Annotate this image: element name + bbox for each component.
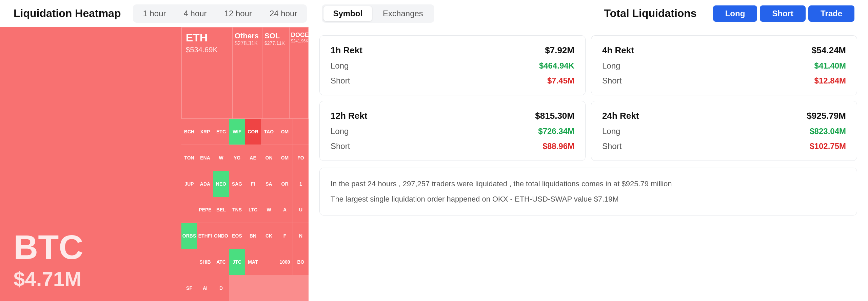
stat-total-4h: $54.24M bbox=[812, 45, 846, 56]
stats-grid: 1h Rekt $7.92M Long $464.94K Short $7.45… bbox=[319, 35, 857, 161]
heatmap-cell-35: EOS bbox=[229, 223, 245, 249]
stat-short-label-4h: Short bbox=[602, 76, 622, 86]
heatmap-cell-33: ETHFI bbox=[197, 223, 213, 249]
eth-block: ETH $534.69K bbox=[181, 27, 232, 119]
heatmap: BTC $4.71M ETH $534.69K Others $278.31K … bbox=[0, 27, 309, 301]
heatmap-cell-10: W bbox=[213, 145, 229, 171]
stat-short-label-1h: Short bbox=[331, 76, 350, 86]
long-button[interactable]: Long bbox=[713, 5, 757, 22]
time-btn-24h[interactable]: 24 hour bbox=[261, 6, 305, 21]
heatmap-cell-29: W bbox=[261, 197, 277, 223]
stat-short-value-12h: $88.96M bbox=[543, 142, 574, 151]
info-box: In the past 24 hours , 297,257 traders w… bbox=[319, 168, 857, 215]
view-btn-exchanges[interactable]: Exchanges bbox=[373, 6, 433, 21]
btc-value: $4.71M bbox=[14, 267, 168, 291]
heatmap-cell-12: AE bbox=[245, 145, 261, 171]
stat-short-value-4h: $12.84M bbox=[814, 76, 846, 86]
others-label: Others bbox=[235, 32, 260, 40]
section-title: Total Liquidations bbox=[604, 7, 697, 20]
heatmap-cell-42: ATC bbox=[213, 249, 229, 275]
heatmap-cell-26: BEL bbox=[213, 197, 229, 223]
doge-label: DOGE bbox=[291, 32, 307, 39]
heatmap-cell-43: JTC bbox=[229, 249, 245, 275]
eth-label: ETH bbox=[186, 32, 228, 44]
heatmap-cell-11: YG bbox=[229, 145, 245, 171]
stat-short-label-12h: Short bbox=[331, 142, 350, 151]
stat-long-value-1h: $464.94K bbox=[539, 61, 574, 71]
heatmap-cell-46: 1000 bbox=[277, 249, 293, 275]
stat-header-24h: 24h Rekt bbox=[602, 111, 639, 121]
others-value: $278.31K bbox=[235, 40, 260, 46]
view-btn-symbol[interactable]: Symbol bbox=[323, 6, 372, 21]
stat-long-label-24h: Long bbox=[602, 127, 620, 136]
heatmap-cell-25: PEPE bbox=[197, 197, 213, 223]
stat-long-value-24h: $823.04M bbox=[810, 127, 846, 136]
heatmap-cell-2: ETC bbox=[213, 119, 229, 145]
stat-total-1h: $7.92M bbox=[545, 45, 574, 56]
stat-total-12h: $815.30M bbox=[535, 111, 574, 121]
heatmap-cell-28: LTC bbox=[245, 197, 261, 223]
heatmap-cell-21: SA bbox=[261, 171, 277, 197]
heatmap-cell-13: ON bbox=[261, 145, 277, 171]
heatmap-cell-14: OM bbox=[277, 145, 293, 171]
trade-button[interactable]: Trade bbox=[808, 5, 854, 22]
heatmap-cell-22: OR bbox=[277, 171, 293, 197]
heatmap-cell-36: BN bbox=[245, 223, 261, 249]
doge-block: DOGE $241.96K bbox=[289, 27, 309, 119]
stat-long-label-1h: Long bbox=[331, 61, 349, 71]
stat-long-value-4h: $41.40M bbox=[814, 61, 846, 71]
heatmap-cell-40 bbox=[181, 249, 197, 275]
info-text-2: The largest single liquidation order hap… bbox=[331, 193, 846, 205]
stat-total-24h: $925.79M bbox=[807, 111, 846, 121]
heatmap-cell-4: COR bbox=[245, 119, 261, 145]
heatmap-cell-34: ONDO bbox=[213, 223, 229, 249]
heatmap-cell-24 bbox=[181, 197, 197, 223]
stat-long-label-4h: Long bbox=[602, 61, 620, 71]
heatmap-cell-45 bbox=[261, 249, 277, 275]
heatmap-cell-6: OM bbox=[277, 119, 293, 145]
btc-block: BTC $4.71M bbox=[0, 27, 181, 301]
view-filter-group: Symbol Exchanges bbox=[322, 4, 434, 23]
time-btn-4h[interactable]: 4 hour bbox=[176, 6, 215, 21]
time-btn-12h[interactable]: 12 hour bbox=[216, 6, 260, 21]
stat-long-value-12h: $726.34M bbox=[538, 127, 574, 136]
info-text-1: In the past 24 hours , 297,257 traders w… bbox=[331, 177, 846, 190]
stats-panel: 1h Rekt $7.92M Long $464.94K Short $7.45… bbox=[309, 27, 868, 301]
stat-header-1h: 1h Rekt bbox=[331, 45, 362, 56]
heatmap-cell-41: SHIB bbox=[197, 249, 213, 275]
heatmap-cell-3: WIF bbox=[229, 119, 245, 145]
heatmap-cell-48: SF bbox=[181, 275, 197, 301]
heatmap-cell-20: FI bbox=[245, 171, 261, 197]
time-btn-1h[interactable]: 1 hour bbox=[135, 6, 174, 21]
heatmap-cell-27: TNS bbox=[229, 197, 245, 223]
sol-value: $277.11K bbox=[264, 40, 287, 46]
stat-long-label-12h: Long bbox=[331, 127, 349, 136]
heatmap-cell-30: A bbox=[277, 197, 293, 223]
eth-value: $534.69K bbox=[186, 45, 228, 54]
heatmap-cell-1: XRP bbox=[197, 119, 213, 145]
heatmap-cell-37: CK bbox=[261, 223, 277, 249]
heatmap-cell-9: ENA bbox=[197, 145, 213, 171]
short-button[interactable]: Short bbox=[760, 5, 806, 22]
heatmap-cell-49: AI bbox=[197, 275, 213, 301]
main-content: BTC $4.71M ETH $534.69K Others $278.31K … bbox=[0, 27, 868, 301]
heatmap-cell-8: TON bbox=[181, 145, 197, 171]
header: Liquidation Heatmap 1 hour 4 hour 12 hou… bbox=[0, 0, 868, 27]
stat-card-24h: 24h Rekt $925.79M Long $823.04M Short $1… bbox=[591, 101, 857, 161]
heatmap-cell-44: MAT bbox=[245, 249, 261, 275]
doge-value: $241.96K bbox=[291, 39, 307, 43]
heatmap-cell-5: TAO bbox=[261, 119, 277, 145]
heatmap-cell-7 bbox=[293, 119, 309, 145]
heatmap-cell-50: D bbox=[213, 275, 229, 301]
stat-card-4h: 4h Rekt $54.24M Long $41.40M Short $12.8… bbox=[591, 35, 857, 95]
heatmap-cell-47: BO bbox=[293, 249, 309, 275]
stat-header-4h: 4h Rekt bbox=[602, 45, 634, 56]
heatmap-cell-38: F bbox=[277, 223, 293, 249]
btc-label: BTC bbox=[14, 230, 168, 264]
heatmap-cell-17: ADA bbox=[197, 171, 213, 197]
stat-short-value-24h: $102.75M bbox=[810, 142, 846, 151]
sol-label: SOL bbox=[264, 32, 287, 40]
heatmap-cell-31: U bbox=[293, 197, 309, 223]
stat-short-label-24h: Short bbox=[602, 142, 622, 151]
stat-short-value-1h: $7.45M bbox=[547, 76, 574, 86]
